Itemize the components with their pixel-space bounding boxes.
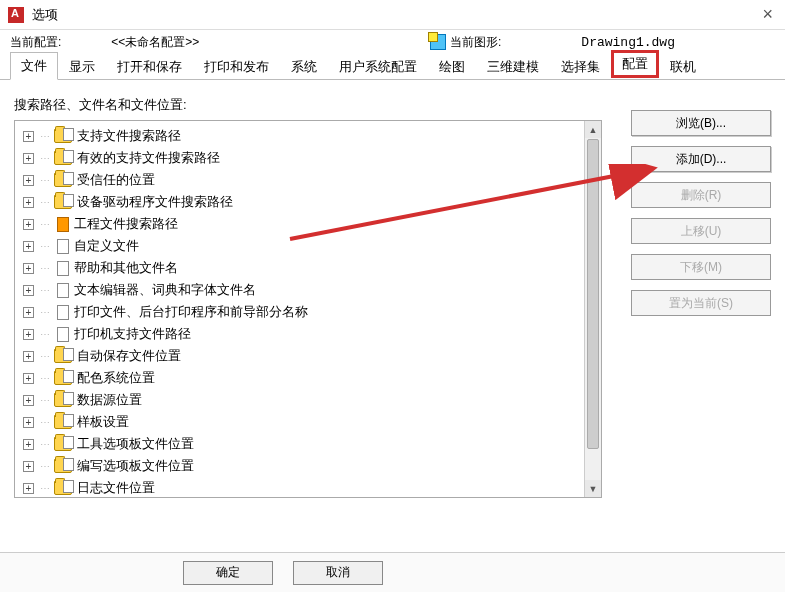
tree-item-label: 有效的支持文件搜索路径 xyxy=(77,149,220,167)
set-current-button[interactable]: 置为当前(S) xyxy=(631,290,771,316)
tab-1[interactable]: 显示 xyxy=(58,53,106,80)
tree-item[interactable]: +⋯编写选项板文件位置 xyxy=(17,455,599,477)
folder-icon xyxy=(54,349,72,363)
close-icon[interactable]: × xyxy=(762,4,773,25)
app-icon xyxy=(8,7,24,23)
expand-icon[interactable]: + xyxy=(23,395,34,406)
browse-button[interactable]: 浏览(B)... xyxy=(631,110,771,136)
expand-icon[interactable]: + xyxy=(23,461,34,472)
add-button[interactable]: 添加(D)... xyxy=(631,146,771,172)
tree-item-label: 打印机支持文件路径 xyxy=(74,325,191,343)
move-down-button[interactable]: 下移(M) xyxy=(631,254,771,280)
tree-item-label: 支持文件搜索路径 xyxy=(77,127,181,145)
expand-icon[interactable]: + xyxy=(23,285,34,296)
tree-item-label: 自动保存文件位置 xyxy=(77,347,181,365)
tree-item[interactable]: +⋯工具选项板文件位置 xyxy=(17,433,599,455)
tree-item-label: 日志文件位置 xyxy=(77,479,155,497)
tree-item-label: 文本编辑器、词典和字体文件名 xyxy=(74,281,256,299)
tree-item[interactable]: +⋯数据源位置 xyxy=(17,389,599,411)
tree-item-label: 打印文件、后台打印程序和前导部分名称 xyxy=(74,303,308,321)
expand-icon[interactable]: + xyxy=(23,373,34,384)
window-title: 选项 xyxy=(32,6,58,24)
tree-item[interactable]: +⋯受信任的位置 xyxy=(17,169,599,191)
folder-icon xyxy=(54,129,72,143)
scrollbar-vertical[interactable]: ▲ ▼ xyxy=(584,121,601,497)
title-bar: 选项 × xyxy=(0,0,785,30)
tab-3[interactable]: 打印和发布 xyxy=(193,53,280,80)
tree-item-label: 帮助和其他文件名 xyxy=(74,259,178,277)
tab-9[interactable]: 配置 xyxy=(611,50,659,78)
tree-item[interactable]: +⋯文本编辑器、词典和字体文件名 xyxy=(17,279,599,301)
expand-icon[interactable]: + xyxy=(23,307,34,318)
ok-button[interactable]: 确定 xyxy=(183,561,273,585)
expand-icon[interactable]: + xyxy=(23,483,34,494)
tree-item[interactable]: +⋯有效的支持文件搜索路径 xyxy=(17,147,599,169)
expand-icon[interactable]: + xyxy=(23,175,34,186)
folder-icon xyxy=(54,151,72,165)
document-icon xyxy=(57,305,69,320)
expand-icon[interactable]: + xyxy=(23,329,34,340)
tree-item[interactable]: +⋯打印机支持文件路径 xyxy=(17,323,599,345)
tree-item[interactable]: +⋯样板设置 xyxy=(17,411,599,433)
tree-item-label: 自定义文件 xyxy=(74,237,139,255)
delete-button[interactable]: 删除(R) xyxy=(631,182,771,208)
tab-7[interactable]: 三维建模 xyxy=(476,53,550,80)
expand-icon[interactable]: + xyxy=(23,439,34,450)
current-profile-label: 当前配置: xyxy=(10,34,61,51)
folder-icon xyxy=(54,415,72,429)
tree-item[interactable]: +⋯帮助和其他文件名 xyxy=(17,257,599,279)
expand-icon[interactable]: + xyxy=(23,263,34,274)
tree-item[interactable]: +⋯支持文件搜索路径 xyxy=(17,125,599,147)
scroll-down-icon[interactable]: ▼ xyxy=(585,480,601,497)
current-drawing-value: Drawing1.dwg xyxy=(581,35,675,50)
tree-item-label: 受信任的位置 xyxy=(77,171,155,189)
tree-item[interactable]: +⋯自动保存文件位置 xyxy=(17,345,599,367)
tree-item[interactable]: +⋯打印文件、后台打印程序和前导部分名称 xyxy=(17,301,599,323)
folder-icon xyxy=(54,437,72,451)
tree-item[interactable]: +⋯配色系统位置 xyxy=(17,367,599,389)
tree-item-label: 编写选项板文件位置 xyxy=(77,457,194,475)
tab-0[interactable]: 文件 xyxy=(10,52,58,80)
folder-icon xyxy=(54,459,72,473)
folder-icon xyxy=(54,173,72,187)
current-profile-value: <<未命名配置>> xyxy=(111,34,199,51)
tab-8[interactable]: 选择集 xyxy=(550,53,611,80)
move-up-button[interactable]: 上移(U) xyxy=(631,218,771,244)
expand-icon[interactable]: + xyxy=(23,417,34,428)
tree-item-label: 配色系统位置 xyxy=(77,369,155,387)
expand-icon[interactable]: + xyxy=(23,153,34,164)
expand-icon[interactable]: + xyxy=(23,197,34,208)
expand-icon[interactable]: + xyxy=(23,131,34,142)
tab-4[interactable]: 系统 xyxy=(280,53,328,80)
tree-item[interactable]: +⋯自定义文件 xyxy=(17,235,599,257)
expand-icon[interactable]: + xyxy=(23,219,34,230)
tab-2[interactable]: 打开和保存 xyxy=(106,53,193,80)
scroll-up-icon[interactable]: ▲ xyxy=(585,121,601,138)
expand-icon[interactable]: + xyxy=(23,351,34,362)
scroll-thumb[interactable] xyxy=(587,139,599,449)
document-icon xyxy=(57,327,69,342)
tab-10[interactable]: 联机 xyxy=(659,53,707,80)
tree-view[interactable]: +⋯支持文件搜索路径+⋯有效的支持文件搜索路径+⋯受信任的位置+⋯设备驱动程序文… xyxy=(14,120,602,498)
folder-icon xyxy=(54,481,72,495)
dialog-footer: 确定 取消 xyxy=(0,552,785,592)
info-row: 当前配置: <<未命名配置>> 当前图形: Drawing1.dwg xyxy=(0,30,785,54)
tree-item[interactable]: +⋯日志文件位置 xyxy=(17,477,599,498)
folder-icon xyxy=(54,393,72,407)
tab-5[interactable]: 用户系统配置 xyxy=(328,53,428,80)
tree-item-label: 工程文件搜索路径 xyxy=(74,215,178,233)
cancel-button[interactable]: 取消 xyxy=(293,561,383,585)
tree-item[interactable]: +⋯工程文件搜索路径 xyxy=(17,213,599,235)
folder-icon xyxy=(54,195,72,209)
document-icon xyxy=(57,239,69,254)
tab-strip: 文件显示打开和保存打印和发布系统用户系统配置绘图三维建模选择集配置联机 xyxy=(0,54,785,80)
tree-item-label: 数据源位置 xyxy=(77,391,142,409)
tab-6[interactable]: 绘图 xyxy=(428,53,476,80)
tree-item[interactable]: +⋯设备驱动程序文件搜索路径 xyxy=(17,191,599,213)
tree-item-label: 设备驱动程序文件搜索路径 xyxy=(77,193,233,211)
drawing-icon xyxy=(430,34,446,50)
document-icon xyxy=(57,217,69,232)
tree-item-label: 样板设置 xyxy=(77,413,129,431)
current-drawing-label: 当前图形: xyxy=(450,34,501,51)
expand-icon[interactable]: + xyxy=(23,241,34,252)
